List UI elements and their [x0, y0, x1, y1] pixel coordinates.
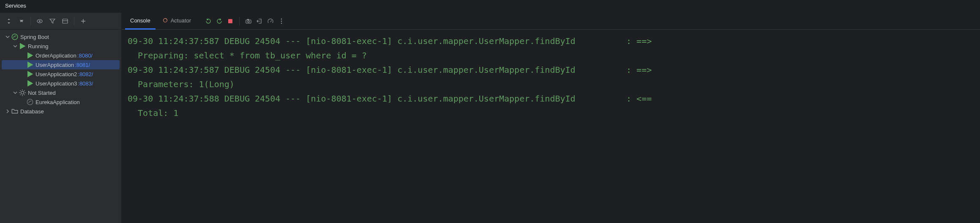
svg-point-19 — [281, 20, 282, 21]
chevron-down-icon[interactable] — [4, 33, 11, 40]
app-name: OrderApplication — [35, 52, 76, 59]
spring-icon — [11, 33, 19, 41]
svg-point-18 — [281, 18, 282, 19]
separator — [239, 17, 240, 25]
tree-label: Not Started — [28, 90, 56, 96]
folder-icon — [11, 107, 19, 115]
svg-marker-7 — [27, 62, 33, 68]
svg-point-11 — [27, 99, 33, 105]
tree-node-database[interactable]: Database — [0, 107, 121, 116]
svg-line-17 — [270, 20, 272, 22]
separator — [30, 17, 31, 25]
app-port[interactable]: :8081/ — [75, 62, 90, 68]
tab-label: Actuator — [171, 17, 191, 24]
services-tree: Spring Boot Running OrderApplication :80… — [0, 30, 121, 116]
gear-icon — [19, 89, 26, 96]
panel-title: Services — [0, 0, 980, 13]
app-name: UserApplication3 — [35, 80, 77, 87]
filter-icon[interactable] — [48, 17, 57, 26]
svg-marker-5 — [20, 43, 26, 50]
run-icon — [26, 80, 34, 87]
svg-point-20 — [281, 22, 282, 23]
tree-node-app[interactable]: EurekaApplication — [0, 97, 121, 107]
app-port[interactable]: :8083/ — [78, 80, 93, 87]
spring-icon — [26, 98, 34, 106]
app-port[interactable]: :8082/ — [78, 71, 93, 77]
exit-icon[interactable] — [255, 17, 264, 26]
camera-icon[interactable] — [244, 17, 253, 26]
tab-console[interactable]: Console — [125, 13, 156, 30]
app-name: UserApplication — [35, 62, 74, 68]
sidebar-toolbar — [0, 13, 121, 30]
chevron-right-icon[interactable] — [4, 108, 11, 115]
actuator-icon — [162, 17, 168, 23]
tree-node-springboot[interactable]: Spring Boot — [0, 32, 121, 41]
app-port[interactable]: :8080/ — [77, 52, 93, 59]
chevron-down-icon[interactable] — [12, 89, 19, 96]
console-output[interactable]: 09-30 11:24:37:587 DEBUG 24504 --- [nio-… — [122, 30, 980, 223]
svg-marker-9 — [27, 80, 33, 87]
tree-node-app[interactable]: UserApplication3 :8083/ — [0, 79, 121, 88]
tree-node-running[interactable]: Running — [0, 41, 121, 51]
tree-node-app[interactable]: UserApplication2 :8082/ — [0, 69, 121, 79]
tree-node-notstarted[interactable]: Not Started — [0, 88, 121, 97]
svg-point-4 — [12, 34, 18, 40]
services-sidebar: Spring Boot Running OrderApplication :80… — [0, 13, 122, 223]
tab-actuator[interactable]: Actuator — [157, 13, 196, 30]
app-name: EurekaApplication — [35, 99, 80, 105]
separator — [74, 17, 74, 25]
content-toolbar: Console Actuator — [122, 13, 980, 30]
more-icon[interactable] — [277, 17, 286, 26]
svg-rect-2 — [63, 19, 68, 23]
layout-icon[interactable] — [60, 17, 70, 26]
tree-label: Database — [20, 108, 44, 115]
panel-title-label: Services — [5, 3, 26, 9]
expand-all-icon[interactable] — [4, 17, 14, 26]
run-icon — [26, 61, 34, 69]
run-icon — [26, 52, 34, 59]
run-icon — [26, 70, 34, 78]
tree-node-app[interactable]: UserApplication :8081/ — [2, 60, 120, 69]
chevron-down-icon[interactable] — [12, 43, 19, 50]
tree-label: Running — [28, 43, 48, 50]
eye-icon[interactable] — [35, 17, 44, 26]
run-icon — [19, 42, 26, 50]
svg-marker-6 — [27, 52, 33, 59]
add-icon[interactable] — [79, 17, 88, 26]
stop-icon[interactable] — [226, 17, 235, 26]
tree-node-app[interactable]: OrderApplication :8080/ — [0, 51, 121, 60]
rerun-icon[interactable] — [204, 17, 213, 26]
tab-label: Console — [130, 17, 150, 24]
svg-point-1 — [39, 20, 41, 22]
collapse-all-icon[interactable] — [17, 17, 26, 26]
gauge-icon[interactable] — [266, 17, 275, 26]
svg-rect-13 — [228, 19, 232, 23]
svg-rect-16 — [247, 19, 249, 20]
svg-point-15 — [248, 20, 249, 22]
rerun-debug-icon[interactable] — [215, 17, 224, 26]
content-area: Console Actuator 09-30 11:24:37:587 DEBU… — [122, 13, 980, 223]
svg-point-10 — [21, 91, 24, 94]
app-name: UserApplication2 — [35, 71, 77, 77]
tree-label: Spring Boot — [20, 34, 49, 40]
svg-marker-8 — [27, 71, 33, 77]
